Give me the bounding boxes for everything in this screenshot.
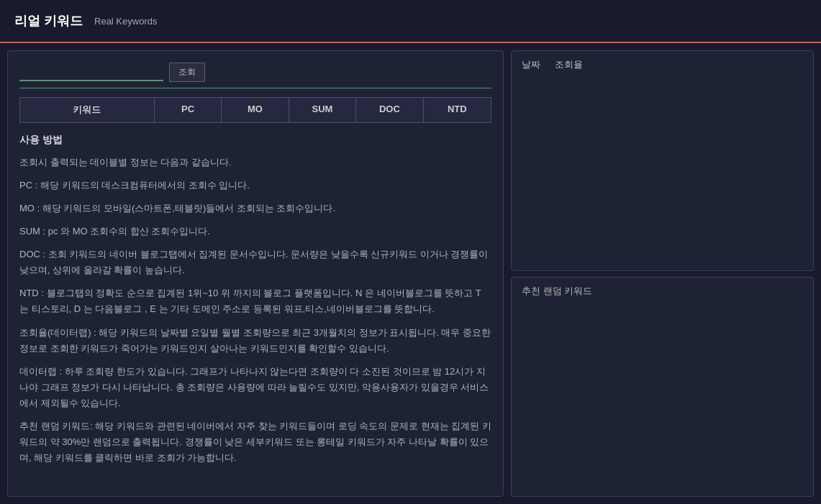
date-view-panel: 날짜 조회율 xyxy=(511,50,814,271)
paragraph-4: DOC : 조회 키워드의 네이버 블로그탭에서 집계된 문서수입니다. 문서량… xyxy=(19,247,491,278)
app-title-korean: 리얼 키워드 xyxy=(14,12,83,29)
paragraph-5: NTD : 블로그탭의 정확도 순으로 집계된 1위~10 위 까지의 블로그 … xyxy=(19,285,491,317)
search-button[interactable]: 조회 xyxy=(169,63,205,82)
paragraph-6: 조회율(데이터랩) : 해당 키워드의 날짜별 요일별 월별 조회량으로 최근 … xyxy=(19,325,491,357)
col-header-pc: PC xyxy=(155,98,222,122)
recommended-panel: 추천 랜덤 키워드 xyxy=(511,277,814,498)
search-area: 조회 xyxy=(19,63,491,88)
col-header-mo: MO xyxy=(222,98,289,122)
paragraph-7: 데이터랩 : 하루 조회량 한도가 있습니다. 그래프가 나타나지 않는다면 조… xyxy=(19,364,491,411)
column-headers: 키워드 PC MO SUM DOC NTD xyxy=(19,97,491,123)
search-input[interactable] xyxy=(19,63,163,81)
app-header: 리얼 키워드 Real Keywords xyxy=(0,0,821,43)
col-header-keyword: 키워드 xyxy=(20,98,155,122)
app-title-english: Real Keywords xyxy=(94,16,157,27)
recommended-header: 추천 랜덤 키워드 xyxy=(522,285,803,298)
date-label: 날짜 xyxy=(522,58,540,71)
right-panel: 날짜 조회율 추천 랜덤 키워드 xyxy=(511,50,814,497)
col-header-ntd: NTD xyxy=(424,98,491,122)
section-title: 사용 방법 xyxy=(19,132,491,149)
paragraph-3: SUM : pc 와 MO 조회수의 합산 조회수입니다. xyxy=(19,224,491,239)
view-rate-label: 조회율 xyxy=(555,58,583,71)
paragraph-1: PC : 해당 키워드의 데스크컴퓨터에서의 조회수 입니다. xyxy=(19,178,491,193)
content-area: 사용 방법 조회시 출력되는 데이블별 정보는 다음과 같습니다. PC : 해… xyxy=(19,132,491,485)
paragraph-0: 조회시 출력되는 데이블별 정보는 다음과 같습니다. xyxy=(19,155,491,170)
col-header-doc: DOC xyxy=(356,98,423,122)
main-layout: 조회 키워드 PC MO SUM DOC NTD 사용 방법 조회시 출력되는 … xyxy=(0,43,821,504)
date-view-header: 날짜 조회율 xyxy=(522,58,803,71)
left-panel: 조회 키워드 PC MO SUM DOC NTD 사용 방법 조회시 출력되는 … xyxy=(7,50,504,497)
paragraph-2: MO : 해당 키워드의 모바일(스마트폰,테블릿)들에서 조회되는 조회수입니… xyxy=(19,201,491,216)
col-header-sum: SUM xyxy=(289,98,356,122)
paragraph-8: 추천 랜덤 키워드: 해당 키워드와 관련된 네이버에서 자주 찾는 키워드들이… xyxy=(19,418,491,466)
